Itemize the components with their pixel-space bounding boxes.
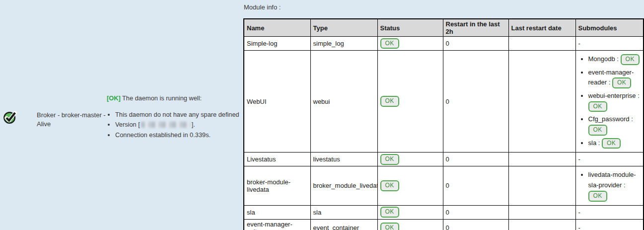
modules-table: Name Type Status Restart in the last 2h … [243,18,644,230]
cell-name: broker-module-livedata [244,166,310,205]
daemon-detail-item-spare: This daemon do not have any spare define… [115,110,246,119]
cell-status: OK [377,153,443,166]
column-header-restart: Restart in the last 2h [443,19,508,37]
cell-last-restart-date [508,219,575,230]
status-ok-badge[interactable]: OK [380,223,399,230]
table-row-simple-log: Simple-log simple_log OK 0 - [244,37,644,51]
cell-type: broker_module_livedata [310,166,377,205]
cell-last-restart-date [508,37,575,51]
cell-status: OK [377,37,443,51]
cell-type: livestatus [310,153,377,166]
cell-submodules: - [575,219,644,230]
cell-type: sla [310,205,377,219]
cell-status: OK [377,166,443,205]
submodule-item: Mongodb : OK [588,54,641,65]
cell-submodules: - [575,205,644,219]
version-prefix: Version [ [115,121,140,128]
cell-restart-count: 0 [443,51,508,153]
status-ok-badge[interactable]: OK [588,101,607,112]
daemon-detail-item-version: Version []. [115,120,246,129]
cell-status: OK [377,205,443,219]
submodule-item: webui-enterprise : OK [588,91,641,112]
cell-submodules: Mongodb : OK event-manager-reader : OK w… [575,51,644,153]
column-header-submodules: Submodules [575,19,644,37]
cell-status: OK [377,219,443,230]
submodule-item: Cfg_password : OK [588,114,641,135]
version-redacted-text [141,122,191,128]
column-header-status: Status [377,19,443,37]
cell-name: Simple-log [244,37,310,51]
submodule-label: webui-enterprise : [588,92,640,99]
cell-restart-count: 0 [443,166,508,205]
column-header-name: Name [244,19,310,37]
status-ok-badge[interactable]: OK [380,154,399,165]
status-ok-badge[interactable]: OK [380,207,399,218]
submodule-item: livedata-module-sla-provider : OK [588,170,641,201]
submodule-label: livedata-module-sla-provider : [588,171,636,189]
daemon-status-message: The daemon is running well: [122,94,202,102]
daemon-status-panel: Broker - broker-master - Alive [OK] The … [0,0,242,230]
status-ok-badge[interactable]: OK [621,54,640,65]
table-row-livestatus: Livestatus livestatus OK 0 - [244,153,644,166]
cell-name: event-manager-writer [244,219,310,230]
submodule-item: sla : OK [588,138,641,149]
status-ok-badge[interactable]: OK [380,38,399,49]
daemon-status-summary: [OK] The daemon is running well: [107,94,246,103]
status-ok-badge[interactable]: OK [602,138,621,149]
submodule-list: Mongodb : OK event-manager-reader : OK w… [578,54,641,149]
cell-type: simple_log [310,37,377,51]
cell-name: sla [244,205,310,219]
cell-last-restart-date [508,153,575,166]
daemon-details: [OK] The daemon is running well: This da… [107,94,246,141]
submodule-list: livedata-module-sla-provider : OK [578,170,641,201]
cell-restart-count: 0 [443,219,508,230]
status-ok-badge[interactable]: OK [588,125,607,136]
column-header-type: Type [310,19,377,37]
cell-submodules: - [575,37,644,51]
status-ok-badge[interactable]: OK [588,191,607,202]
daemon-status-tag: [OK] [107,94,121,102]
daemon-detail-item-connection: Connection established in 0.339s. [115,131,246,139]
check-circle-icon [3,110,18,125]
cell-last-restart-date [508,166,575,205]
table-row-sla: sla sla OK 0 - [244,205,644,219]
module-info-label: Module info : [244,3,281,11]
cell-type: event_container [310,219,377,230]
submodule-label: Cfg_password : [588,115,633,123]
version-suffix: ]. [192,121,195,128]
table-header-row: Name Type Status Restart in the last 2h … [244,19,644,37]
cell-type: webui [310,51,377,153]
daemon-detail-list: This daemon do not have any spare define… [107,110,246,140]
cell-status: OK [377,51,443,153]
column-header-last-restart: Last restart date [508,19,575,37]
table-row-webui: WebUI webui OK 0 Mongodb : OK event-mana… [244,51,644,153]
cell-name: Livestatus [244,153,310,166]
cell-submodules: - [575,153,644,166]
cell-restart-count: 0 [443,37,508,51]
cell-last-restart-date [508,205,575,219]
table-row-broker-module-livedata: broker-module-livedata broker_module_liv… [244,166,644,205]
submodule-label: sla : [588,139,600,147]
cell-restart-count: 0 [443,153,508,166]
cell-name: WebUI [244,51,310,153]
status-ok-badge[interactable]: OK [612,77,631,88]
submodule-item: event-manager-reader : OK [588,68,641,88]
daemon-name: Broker - broker-master - Alive [37,111,107,129]
cell-restart-count: 0 [443,205,508,219]
table-row-event-manager-writer: event-manager-writer event_container OK … [244,219,644,230]
cell-last-restart-date [508,51,575,153]
status-ok-badge[interactable]: OK [380,180,399,191]
cell-submodules: livedata-module-sla-provider : OK [575,166,644,205]
status-ok-badge[interactable]: OK [380,96,399,107]
submodule-label: Mongodb : [588,55,619,63]
